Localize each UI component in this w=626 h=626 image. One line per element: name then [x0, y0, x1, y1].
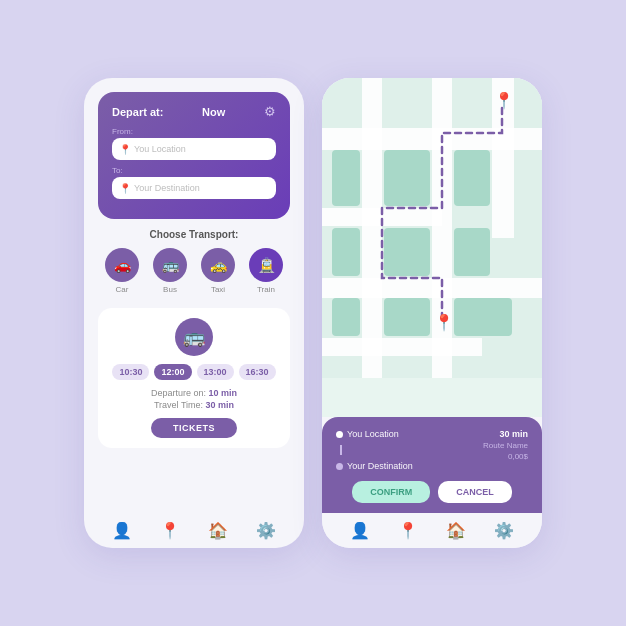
from-input[interactable]: 📍 You Location [112, 138, 276, 160]
depart-value: Now [202, 106, 225, 118]
to-placeholder: Your Destination [134, 183, 200, 193]
origin-dot [336, 431, 343, 438]
origin-stop: You Location [336, 429, 473, 439]
route-time: 30 min [499, 429, 528, 439]
route-name: Route Name [483, 441, 528, 450]
schedule-card: 🚌 10:30 12:00 13:00 16:30 Departure on: … [98, 308, 290, 448]
depart-label: Depart at: [112, 106, 163, 118]
right-nav-location-icon[interactable]: 📍 [398, 521, 418, 540]
nav-profile-icon[interactable]: 👤 [112, 521, 132, 540]
transport-car[interactable]: 🚗 Car [105, 248, 139, 294]
depart-row: Depart at: Now ⚙ [112, 104, 276, 119]
svg-rect-5 [362, 78, 382, 378]
svg-rect-12 [332, 150, 360, 206]
bus-label: Bus [163, 285, 177, 294]
from-group: From: 📍 You Location [112, 127, 276, 160]
map-svg: 📍 📍 [322, 78, 542, 378]
action-buttons: CONFIRM CANCEL [336, 481, 528, 503]
svg-rect-10 [384, 228, 430, 276]
transport-bus[interactable]: 🚌 Bus [153, 248, 187, 294]
cancel-button[interactable]: CANCEL [438, 481, 512, 503]
departure-info: Departure on: 10 min [151, 388, 237, 398]
train-label: Train [257, 285, 275, 294]
travel-info: Travel Time: 30 min [154, 400, 234, 410]
time-chip-1200[interactable]: 12:00 [154, 364, 191, 380]
right-nav-home-icon[interactable]: 🏠 [446, 521, 466, 540]
info-card-inner: You Location Your Destination 30 min Rou… [336, 429, 528, 471]
nav-location-icon[interactable]: 📍 [160, 521, 180, 540]
svg-rect-15 [384, 298, 430, 336]
svg-rect-14 [332, 298, 360, 336]
from-pin-icon: 📍 [119, 144, 131, 155]
from-label: From: [112, 127, 276, 136]
time-chip-1630[interactable]: 16:30 [239, 364, 276, 380]
tickets-button[interactable]: TICKETS [151, 418, 237, 438]
svg-rect-13 [332, 228, 360, 276]
dest-label: Your Destination [347, 461, 413, 471]
phone-left: Depart at: Now ⚙ From: 📍 You Location To… [84, 78, 304, 548]
time-chips: 10:30 12:00 13:00 16:30 [112, 364, 275, 380]
departure-value: 10 min [209, 388, 238, 398]
map-area: 📍 📍 [322, 78, 542, 417]
origin-label: You Location [347, 429, 399, 439]
travel-value: 30 min [206, 400, 235, 410]
taxi-label: Taxi [211, 285, 225, 294]
dest-dot [336, 463, 343, 470]
transport-section: Choose Transport: 🚗 Car 🚌 Bus 🚕 Taxi 🚊 T… [84, 219, 304, 298]
route-info-right: 30 min Route Name 0,00$ [483, 429, 528, 471]
transport-taxi[interactable]: 🚕 Taxi [201, 248, 235, 294]
phone-right: 📍 📍 You Location Your De [322, 78, 542, 548]
svg-rect-6 [432, 78, 452, 378]
route-price: 0,00$ [508, 452, 528, 461]
to-label: To: [112, 166, 276, 175]
svg-rect-11 [454, 228, 490, 276]
svg-rect-8 [384, 150, 430, 206]
phones-container: Depart at: Now ⚙ From: 📍 You Location To… [84, 78, 542, 548]
map-dest-pin: 📍 [434, 313, 454, 332]
info-card: You Location Your Destination 30 min Rou… [322, 417, 542, 513]
to-input[interactable]: 📍 Your Destination [112, 177, 276, 199]
train-icon: 🚊 [249, 248, 283, 282]
transport-icons: 🚗 Car 🚌 Bus 🚕 Taxi 🚊 Train [98, 248, 290, 294]
car-icon: 🚗 [105, 248, 139, 282]
from-placeholder: You Location [134, 144, 186, 154]
nav-home-icon[interactable]: 🏠 [208, 521, 228, 540]
svg-rect-16 [454, 298, 512, 336]
right-nav-profile-icon[interactable]: 👤 [350, 521, 370, 540]
header-card: Depart at: Now ⚙ From: 📍 You Location To… [98, 92, 290, 219]
to-pin-icon: 📍 [119, 183, 131, 194]
right-bottom-nav: 👤 📍 🏠 ⚙️ [322, 513, 542, 548]
map-origin-pin: 📍 [494, 91, 514, 110]
time-chip-1030[interactable]: 10:30 [112, 364, 149, 380]
time-chip-1300[interactable]: 13:00 [197, 364, 234, 380]
taxi-icon: 🚕 [201, 248, 235, 282]
gear-icon[interactable]: ⚙ [264, 104, 276, 119]
to-group: To: 📍 Your Destination [112, 166, 276, 199]
svg-rect-9 [454, 150, 490, 206]
bus-icon: 🚌 [153, 248, 187, 282]
schedule-bus-icon: 🚌 [175, 318, 213, 356]
left-bottom-nav: 👤 📍 🏠 ⚙️ [84, 513, 304, 548]
right-nav-settings-icon[interactable]: ⚙️ [494, 521, 514, 540]
car-label: Car [116, 285, 129, 294]
confirm-button[interactable]: CONFIRM [352, 481, 430, 503]
dest-stop: Your Destination [336, 461, 473, 471]
transport-title: Choose Transport: [98, 229, 290, 240]
svg-rect-4 [322, 338, 482, 356]
nav-settings-icon[interactable]: ⚙️ [256, 521, 276, 540]
transport-train[interactable]: 🚊 Train [249, 248, 283, 294]
